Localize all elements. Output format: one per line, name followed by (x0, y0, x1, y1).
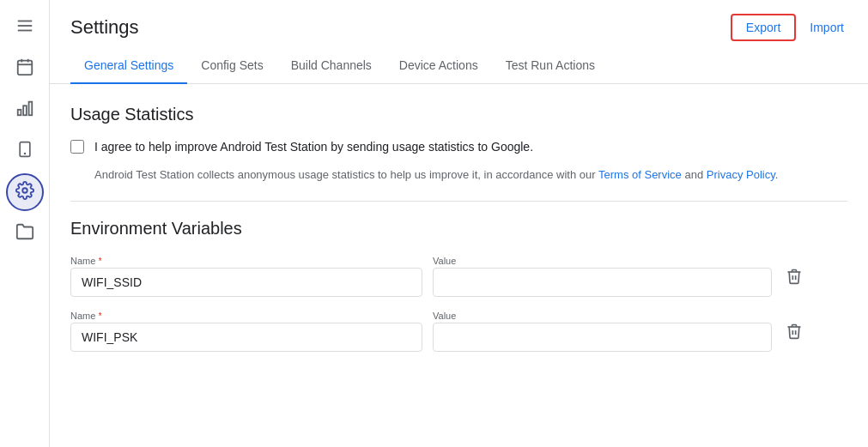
tab-general-settings[interactable]: General Settings (70, 48, 187, 84)
header-actions: Export Import (731, 14, 847, 41)
trash-icon-2 (786, 323, 803, 340)
env-delete-button-1[interactable] (782, 264, 806, 288)
sidebar-item-settings[interactable] (6, 173, 44, 211)
env-value-label-1: Value (433, 256, 772, 266)
sidebar-item-tasks[interactable] (6, 9, 44, 46)
trash-icon-1 (786, 268, 803, 285)
env-name-field-2: Name * (70, 311, 422, 352)
env-name-required-1: * (98, 256, 101, 266)
export-button[interactable]: Export (731, 14, 796, 41)
env-name-label-1: Name * (70, 256, 422, 266)
env-value-field-2: Value (433, 311, 772, 352)
env-name-input-2[interactable] (70, 323, 422, 352)
environment-variables-title: Environment Variables (70, 219, 847, 239)
sidebar-item-device[interactable] (6, 132, 44, 170)
folder-icon (15, 222, 34, 245)
env-name-required-2: * (98, 311, 101, 321)
tab-config-sets[interactable]: Config Sets (187, 48, 276, 84)
env-row-1: Name * Value (70, 256, 847, 297)
env-value-label-2: Value (433, 311, 772, 321)
svg-rect-8 (23, 106, 27, 115)
terms-of-service-link[interactable]: Terms of Service (598, 168, 682, 181)
env-name-label-2: Name * (70, 311, 422, 321)
usage-statistics-checkbox[interactable] (70, 140, 84, 154)
sidebar-item-folder[interactable] (6, 214, 44, 252)
env-value-input-1[interactable] (433, 268, 772, 297)
env-value-input-2[interactable] (433, 323, 772, 352)
svg-rect-3 (17, 60, 32, 75)
usage-statistics-title: Usage Statistics (70, 105, 847, 124)
sidebar-item-calendar[interactable] (6, 50, 44, 88)
content-area: Usage Statistics I agree to help improve… (50, 84, 868, 447)
header: Settings Export Import (50, 0, 868, 41)
privacy-policy-link[interactable]: Privacy Policy (707, 168, 775, 181)
calendar-icon (15, 57, 34, 81)
sidebar (0, 0, 50, 447)
tab-build-channels[interactable]: Build Channels (277, 48, 385, 84)
chart-icon (15, 99, 34, 122)
usage-checkbox-row: I agree to help improve Android Test Sta… (70, 138, 847, 156)
sidebar-item-chart[interactable] (6, 91, 44, 129)
main-content: Settings Export Import General Settings … (50, 0, 868, 447)
env-name-input-1[interactable] (70, 268, 422, 297)
tabs: General Settings Config Sets Build Chann… (50, 48, 868, 84)
env-name-field-1: Name * (70, 256, 422, 297)
env-value-field-1: Value (433, 256, 772, 297)
tab-test-run-actions[interactable]: Test Run Actions (492, 48, 609, 84)
section-divider (70, 201, 847, 202)
usage-checkbox-label: I agree to help improve Android Test Sta… (94, 138, 533, 156)
env-delete-button-2[interactable] (782, 319, 806, 343)
env-row-2: Name * Value (70, 311, 847, 352)
svg-rect-7 (17, 109, 21, 114)
tasks-icon (15, 16, 34, 39)
page-title: Settings (70, 16, 139, 39)
svg-point-12 (22, 188, 27, 193)
settings-icon (15, 181, 34, 204)
usage-info-text: Android Test Station collects anonymous … (94, 166, 847, 184)
svg-rect-9 (28, 101, 32, 115)
tab-device-actions[interactable]: Device Actions (385, 48, 492, 84)
import-button[interactable]: Import (806, 15, 847, 39)
device-icon (16, 140, 33, 163)
